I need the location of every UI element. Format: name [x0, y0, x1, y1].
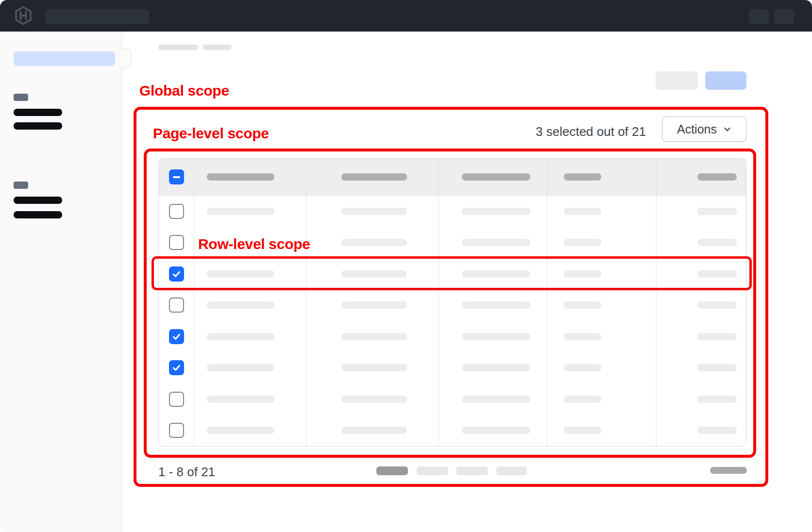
- table-cell: [656, 321, 746, 352]
- row-select-cell: [159, 196, 194, 227]
- sidebar-nav-item-skeleton-3[interactable]: [14, 197, 62, 204]
- table-cell: [439, 196, 547, 227]
- secondary-button-skeleton[interactable]: [656, 71, 698, 90]
- table-row: [159, 321, 746, 352]
- select-all-checkbox-indeterminate[interactable]: [169, 169, 184, 184]
- header-skeleton-bar: [697, 173, 737, 181]
- pagination-page-skeleton[interactable]: [496, 466, 527, 475]
- actions-button[interactable]: Actions: [662, 116, 746, 142]
- table-cell: [656, 383, 746, 415]
- table-cell: [306, 196, 439, 227]
- row-checkbox-checked[interactable]: [169, 266, 184, 282]
- header-skeleton-bar: [341, 173, 407, 181]
- sidebar-nav-item-skeleton-2[interactable]: [14, 122, 62, 130]
- sidebar-collapse-handle[interactable]: [122, 49, 132, 68]
- table-row: [159, 383, 746, 415]
- table-cell: [547, 352, 656, 384]
- page-level-scope-label: Page-level scope: [153, 125, 269, 142]
- table-cell: [656, 415, 746, 447]
- selection-status-text: 3 selected out of 21: [536, 124, 646, 139]
- cell-skeleton-bar: [462, 301, 530, 309]
- table-cell: [547, 196, 656, 227]
- table-cell: [306, 227, 439, 259]
- minus-icon: [173, 176, 180, 178]
- cell-skeleton-bar: [564, 396, 601, 403]
- cell-skeleton-bar: [341, 270, 407, 278]
- cell-skeleton-bar: [341, 364, 407, 371]
- table-cell: [547, 383, 656, 415]
- pagination-current-page-skeleton[interactable]: [376, 466, 408, 475]
- cell-skeleton-bar: [207, 301, 274, 309]
- table-cell: [547, 321, 656, 352]
- breadcrumb-skeleton-1[interactable]: [158, 45, 198, 50]
- cell-skeleton-bar: [341, 396, 407, 403]
- pagination-range-text: 1 - 8 of 21: [158, 465, 215, 480]
- row-checkbox-unchecked[interactable]: [169, 423, 184, 438]
- cell-skeleton-bar: [697, 333, 737, 340]
- cell-skeleton-bar: [207, 208, 274, 215]
- cell-skeleton-bar: [697, 301, 737, 309]
- table-row: [159, 196, 746, 227]
- sidebar-active-item-skeleton[interactable]: [14, 51, 115, 66]
- cell-skeleton-bar: [697, 427, 737, 434]
- table-row: [159, 258, 746, 290]
- table-cell: [194, 415, 306, 447]
- row-select-cell: [159, 321, 194, 352]
- table-cell: [439, 258, 547, 290]
- sidebar-nav-item-skeleton-1[interactable]: [14, 109, 62, 116]
- row-level-scope-label: Row-level scope: [198, 236, 310, 252]
- cell-skeleton-bar: [697, 364, 737, 371]
- pagination-page-size-skeleton[interactable]: [710, 467, 747, 474]
- app-window: Global scope Page-level scope Row-level …: [0, 0, 812, 532]
- sidebar-nav-item-skeleton-4[interactable]: [14, 211, 62, 218]
- header-cell: [656, 159, 746, 195]
- cell-skeleton-bar: [564, 364, 601, 371]
- header-cell: [306, 159, 439, 195]
- table-header-row: [159, 159, 746, 196]
- row-checkbox-checked[interactable]: [169, 329, 184, 344]
- primary-button-skeleton[interactable]: [705, 71, 746, 90]
- row-checkbox-unchecked[interactable]: [169, 204, 184, 219]
- table-cell: [194, 258, 306, 290]
- table-cell: [306, 415, 439, 447]
- check-icon: [172, 363, 181, 372]
- table-cell: [194, 196, 306, 227]
- chevron-down-icon: [723, 125, 731, 133]
- cell-skeleton-bar: [341, 208, 407, 215]
- cell-skeleton-bar: [207, 427, 274, 434]
- table-cell: [194, 352, 306, 384]
- table-cell: [656, 290, 746, 321]
- row-checkbox-unchecked[interactable]: [169, 298, 184, 313]
- cell-skeleton-bar: [207, 396, 274, 403]
- table-cell: [656, 258, 746, 290]
- table-cell: [306, 258, 439, 290]
- table-cell: [547, 290, 656, 321]
- breadcrumb-skeleton-2[interactable]: [203, 45, 232, 50]
- row-checkbox-unchecked[interactable]: [169, 392, 184, 407]
- pagination-page-skeleton[interactable]: [456, 466, 488, 475]
- topbar-button-skeleton-1[interactable]: [749, 9, 769, 24]
- cell-skeleton-bar: [697, 208, 737, 215]
- table-cell: [656, 227, 746, 259]
- row-checkbox-checked[interactable]: [169, 360, 184, 375]
- cell-skeleton-bar: [462, 208, 530, 215]
- table-cell: [439, 383, 547, 415]
- row-select-cell: [159, 383, 194, 415]
- pagination-page-skeleton[interactable]: [417, 466, 448, 475]
- table-cell: [547, 415, 656, 447]
- cell-skeleton-bar: [564, 427, 601, 434]
- table-row: [159, 415, 746, 447]
- row-checkbox-unchecked[interactable]: [169, 235, 184, 250]
- search-input[interactable]: [45, 9, 149, 24]
- topbar-button-skeleton-2[interactable]: [774, 9, 794, 24]
- sidebar-section-label-skeleton-2: [14, 182, 28, 189]
- table-cell: [439, 321, 547, 352]
- table-cell: [439, 415, 547, 447]
- table-cell: [306, 383, 439, 415]
- cell-skeleton-bar: [697, 396, 737, 403]
- cell-skeleton-bar: [341, 427, 407, 434]
- header-cell: [194, 159, 306, 195]
- row-select-cell: [159, 290, 194, 321]
- header-skeleton-bar: [462, 173, 530, 181]
- cell-skeleton-bar: [462, 333, 530, 340]
